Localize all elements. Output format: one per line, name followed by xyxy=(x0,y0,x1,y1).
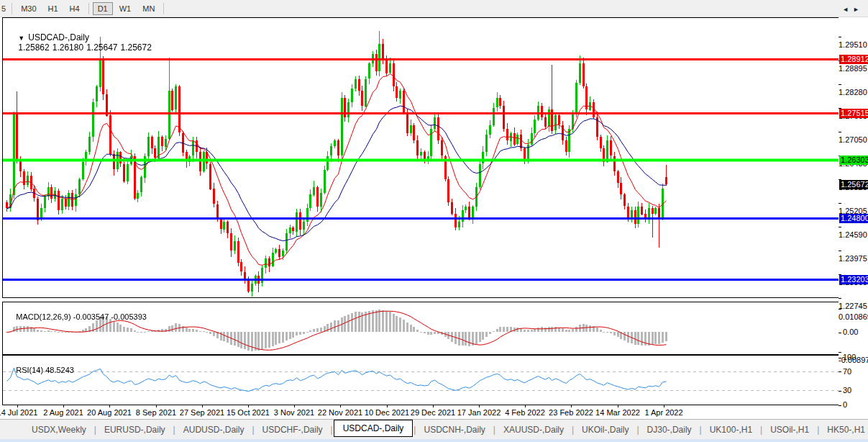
timeframe-button-mn[interactable]: MN xyxy=(137,2,160,15)
date-tick-mark xyxy=(387,405,388,407)
toolbar-separator xyxy=(88,3,89,14)
date-tick-mark xyxy=(340,405,341,407)
rsi-label: RSI(14) 48.5243 xyxy=(7,357,74,383)
indicator-axis-label: 100 xyxy=(839,353,868,361)
toolbar-separator xyxy=(12,3,12,14)
price-badge: 1.27515 xyxy=(839,109,868,118)
tick-mark xyxy=(839,227,841,227)
rsi-indicator-canvas[interactable] xyxy=(3,356,839,405)
date-label: 2 Aug 2021 xyxy=(43,408,83,417)
date-tick-mark xyxy=(109,405,110,407)
tab-separator: | xyxy=(760,425,762,435)
window-bottom-strip xyxy=(0,439,868,442)
timeframe-button-h4[interactable]: H4 xyxy=(65,2,85,15)
toolbar-separator xyxy=(163,3,164,14)
timeframe-group: D1W1MN xyxy=(92,4,161,13)
tab-dj30-daily[interactable]: DJ30-,Daily xyxy=(640,422,699,438)
tick-mark xyxy=(839,298,841,299)
chart-title: ▼USDCAD-,Daily 1.258621.261801.256471.25… xyxy=(9,22,155,63)
timeframe-button-d1[interactable]: D1 xyxy=(93,2,113,15)
date-label: 20 Aug 2021 xyxy=(87,408,132,417)
price-badge: 1.23203 xyxy=(839,275,868,284)
chart-symbol-label: USDCAD-,Daily xyxy=(28,32,89,42)
price-axis: 1.295101.288951.282801.276651.270501.264… xyxy=(839,17,868,405)
indicator-axis-label: 0.010869 xyxy=(839,304,868,312)
timeframe-button-h1[interactable]: H1 xyxy=(43,2,63,15)
tab-usdx-weekly[interactable]: USDX,Weekly xyxy=(24,422,93,438)
tab-scroll-arrows: ◄► xyxy=(842,6,864,13)
chart-dropdown-icon[interactable]: ▼ xyxy=(18,35,24,42)
tab-usdchf-daily[interactable]: USDCHF-,Daily xyxy=(255,422,330,438)
tab-scroll-right-icon[interactable]: ► xyxy=(853,6,864,13)
date-tick-mark xyxy=(294,405,295,407)
ohlc-open: 1.25862 xyxy=(18,42,49,53)
date-tick-mark xyxy=(63,405,64,407)
price-tick-label: 1.29510 xyxy=(839,32,868,40)
ohlc-low: 1.25647 xyxy=(86,42,117,53)
tick-mark xyxy=(839,251,841,251)
date-label: 8 Sep 2021 xyxy=(136,408,176,417)
trading-terminal-window: 5 M30H1H4 D1W1MN ▼USDCAD-,Daily 1.258621… xyxy=(0,0,868,442)
tab-ukoil-daily[interactable]: UKOil-,Daily xyxy=(575,422,636,438)
date-tick-mark xyxy=(571,405,572,407)
tab-separator: | xyxy=(252,425,254,435)
date-label: 22 Nov 2021 xyxy=(318,408,362,417)
date-tick-mark xyxy=(433,405,434,407)
tab-separator: | xyxy=(700,425,702,435)
timeframe-button-w1[interactable]: W1 xyxy=(114,2,137,15)
tab-eurusd-daily[interactable]: EURUSD-,Daily xyxy=(97,422,173,438)
tab-usdcnh-daily[interactable]: USDCNH-,Daily xyxy=(416,422,492,438)
date-label: 15 Oct 2021 xyxy=(227,408,270,417)
tab-separator: | xyxy=(636,425,639,435)
tab-separator: | xyxy=(817,425,819,435)
indicator-axis-label: 0 xyxy=(839,400,868,409)
date-label: 27 Sep 2021 xyxy=(180,408,224,417)
indicator-axis-label: 0.00 xyxy=(839,328,868,336)
timeframe-button-partial[interactable]: 5 xyxy=(0,2,9,15)
price-tick-label: 1.22745 xyxy=(839,293,868,302)
date-label: 3 Nov 2021 xyxy=(274,408,314,417)
tick-mark xyxy=(839,405,841,406)
tick-mark xyxy=(839,37,841,37)
tab-separator: | xyxy=(94,425,96,435)
tick-mark xyxy=(839,132,841,132)
tab-xauusd-daily[interactable]: XAUUSD-,Daily xyxy=(496,422,571,438)
tab-audusd-daily[interactable]: AUDUSD-,Daily xyxy=(176,422,252,438)
price-tick-label: 1.25205 xyxy=(839,198,868,207)
price-badge: 1.26303 xyxy=(839,155,868,165)
price-badge: 1.25672 xyxy=(839,180,868,189)
date-tick-mark xyxy=(664,405,664,407)
tab-usdcad-daily[interactable]: USDCAD-,Daily xyxy=(334,420,414,437)
tick-mark xyxy=(839,203,841,204)
tab-separator: | xyxy=(173,425,175,435)
timeframe-button-m30[interactable]: M30 xyxy=(16,2,41,15)
date-label: 1 Apr 2022 xyxy=(644,408,682,417)
indicator-axis-label: 30 xyxy=(839,386,868,394)
tab-separator: | xyxy=(493,425,495,435)
date-tick-mark xyxy=(248,405,249,407)
timeframe-toolbar: 5 M30H1H4 D1W1MN xyxy=(0,0,868,17)
price-badge: 1.28912 xyxy=(839,55,868,64)
tab-scroll-left-icon[interactable]: ◄ xyxy=(842,6,853,13)
price-tick-label: 1.23975 xyxy=(839,245,868,254)
date-tick-mark xyxy=(525,405,526,407)
tab-uk100-h1[interactable]: UK100-,H1 xyxy=(703,422,759,438)
tick-mark xyxy=(839,84,841,85)
date-tick-mark xyxy=(618,405,618,407)
tick-mark xyxy=(839,371,841,372)
date-label: 10 Dec 2021 xyxy=(365,408,409,417)
tab-separator: | xyxy=(572,425,574,435)
ohlc-high: 1.26180 xyxy=(52,42,83,53)
date-tick-mark xyxy=(17,405,18,407)
price-tick-label: 1.27050 xyxy=(839,127,868,135)
tick-mark xyxy=(839,333,841,333)
tab-usoil-h1[interactable]: USOil-,H1 xyxy=(763,422,816,438)
date-tick-mark xyxy=(202,405,203,407)
tab-hk50-h1[interactable]: HK50-,H1 xyxy=(820,422,868,438)
date-label: 14 Mar 2022 xyxy=(595,408,640,417)
tab-separator: | xyxy=(414,425,416,435)
symbol-tab-bar: USDX,Weekly|EURUSD-,Daily|AUDUSD-,Daily|… xyxy=(0,419,868,439)
date-label: 23 Feb 2022 xyxy=(549,408,593,417)
date-label: 4 Feb 2022 xyxy=(505,408,545,417)
date-axis: 14 Jul 20212 Aug 202120 Aug 20218 Sep 20… xyxy=(2,405,839,418)
